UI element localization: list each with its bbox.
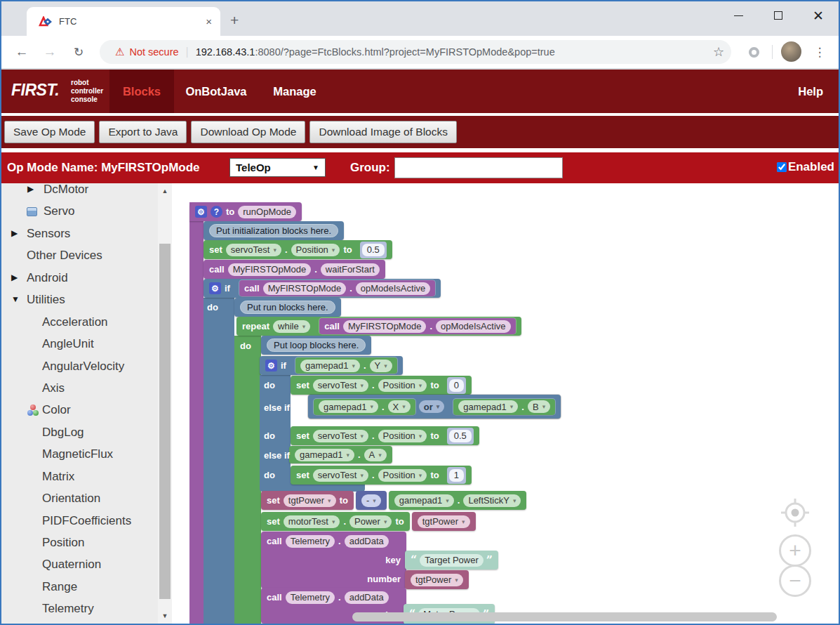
button-dropdown[interactable]: Y [370,360,392,372]
number-shadow-block[interactable]: 0.5 [447,428,474,445]
set-variable-block[interactable]: set tgtPower to [261,491,354,510]
property-dropdown[interactable]: Position [291,244,340,256]
negate-block[interactable]: - [356,491,387,510]
number-shadow-block[interactable]: 0 [447,377,466,394]
comment-block-init[interactable]: Put initialization blocks here. [204,221,344,240]
button-dropdown[interactable]: A [364,449,387,461]
download-image-button[interactable]: Download Image of Blocks [309,121,457,143]
servo-dropdown[interactable]: servoTest [313,469,368,482]
extension-icon[interactable] [744,42,764,62]
property-dropdown[interactable]: Power [349,515,392,528]
set-motor-power-row[interactable]: set motorTest . Power to tgtPower [261,512,476,531]
button-dropdown[interactable]: X [388,400,411,413]
enabled-toggle[interactable]: Enabled [777,160,834,174]
if-block-spine[interactable] [204,298,234,624]
forward-button[interactable]: → [40,42,60,62]
telemetry-field[interactable]: Telemetry [286,535,335,548]
nav-tab-blocks[interactable]: Blocks [109,70,174,113]
gamepad-dropdown[interactable]: gamepad1 [394,494,454,507]
method-field[interactable]: addData [345,591,389,604]
toolbox-item-color[interactable]: Color [1,399,158,421]
method-field[interactable]: opModeIsActive [436,320,511,333]
toolbox-item-quaternion[interactable]: Quaternion [1,553,158,575]
number-value[interactable]: 0 [449,379,464,392]
if-block-header[interactable]: ⚙ if call MyFIRSTOpMode . opModeIsActive [204,279,441,298]
comment-block-run[interactable]: Put run blocks here. [234,298,341,317]
number-shadow-block[interactable]: 0.5 [360,242,387,258]
gamepad-b-block[interactable]: gamepad1 . B [453,399,555,415]
workspace-hscrollbar-thumb[interactable] [352,612,777,621]
method-field[interactable]: addData [345,535,389,548]
call-opmodeisactive-block[interactable]: call MyFIRSTOpMode . opModeIsActive [319,318,515,334]
toolbox-scrollbar[interactable]: ▲ ▼ [158,183,172,624]
download-opmode-button[interactable]: Download Op Mode [191,121,305,143]
comment-block-loop[interactable]: Put loop blocks here. [261,336,371,355]
nav-tab-manage[interactable]: Manage [268,70,321,113]
logic-operator-dropdown[interactable]: or [419,400,445,413]
toolbox-item-angularvelocity[interactable]: AngularVelocity [1,355,158,377]
variable-get-block[interactable]: tgtPower [405,570,469,589]
opmode-field[interactable]: MyFIRSTOpMode [228,263,312,276]
number-value[interactable]: 0.5 [449,430,472,442]
gear-icon[interactable]: ⚙ [209,282,221,294]
set-servo-position-block[interactable]: set servoTest . Position to 0 [291,376,472,395]
bookmark-star-icon[interactable]: ☆ [709,42,728,62]
toolbox-item-dbglog[interactable]: DbgLog [1,421,158,443]
window-minimize-button[interactable] [722,1,754,29]
toolbox-item-orientation[interactable]: Orientation [1,487,158,509]
number-shadow-block[interactable]: 1 [447,467,466,484]
browser-tab[interactable]: FTC × [27,7,220,36]
question-icon[interactable]: ? [211,206,222,218]
nav-help-link[interactable]: Help [798,70,823,113]
flavor-select[interactable]: TeleOp ▼ [229,158,326,177]
group-input[interactable] [394,157,563,178]
repeat-block-spine[interactable] [234,336,261,624]
chrome-menu-icon[interactable]: ⋮ [810,42,829,62]
enabled-checkbox[interactable] [777,162,787,172]
toolbox-item-range[interactable]: Range [1,576,158,598]
servo-dropdown[interactable]: servoTest [313,430,368,442]
toolbox-item-position[interactable]: Position [1,532,158,553]
back-button[interactable]: ← [12,42,32,62]
gear-icon[interactable]: ⚙ [265,360,277,371]
variable-dropdown[interactable]: tgtPower [411,574,463,586]
repeat-mode-dropdown[interactable]: while [273,320,310,333]
window-maximize-button[interactable] [762,1,794,29]
property-dropdown[interactable]: Position [378,469,427,482]
gamepad-leftsticky-block[interactable]: gamepad1 . LeftStickY [389,491,527,510]
variable-get-block[interactable]: tgtPower [412,512,476,531]
method-field[interactable]: opModeIsActive [356,282,431,295]
set-tgtpower-row[interactable]: set tgtPower to - gamepad1 . LeftStickY [261,491,526,510]
text-shadow-block[interactable]: “ Target Power ” [405,551,498,570]
repeat-while-block[interactable]: repeat while call MyFIRSTOpMode . opMode… [236,317,521,336]
zoom-to-fit-button[interactable] [780,497,811,528]
blockly-workspace[interactable]: ⚙ ? to runOpMode Put initialization bloc… [172,183,839,624]
toolbox-item-sensors[interactable]: ▶Sensors [1,223,158,244]
toolbox-item-angleunit[interactable]: AngleUnit [1,333,158,355]
gamepad-dropdown[interactable]: gamepad1 [300,360,360,372]
motor-dropdown[interactable]: motorTest [284,515,340,528]
toolbox-item-acceleration[interactable]: Acceleration [1,311,158,333]
toolbox-item-matrix[interactable]: Matrix [1,466,158,487]
toolbox-item-other-devices[interactable]: Other Devices [1,244,158,266]
text-value[interactable]: Target Power [420,554,484,567]
not-secure-warning-icon[interactable]: ⚠ [115,46,124,58]
set-servo-position-block[interactable]: set servoTest . Position to 0.5 [204,240,392,259]
toolbox-item-dcmotor[interactable]: ▶DcMotor [1,183,158,200]
servo-dropdown[interactable]: servoTest [226,244,281,256]
gamepad-y-block[interactable]: gamepad1 . Y [295,357,397,374]
not-secure-label[interactable]: Not secure [129,46,178,58]
toolbox-item-axis[interactable]: Axis [1,377,158,399]
zoom-in-button[interactable]: + [779,534,811,567]
or-logic-block[interactable]: gamepad1 . X or gamepad1 . B [308,395,561,419]
scrollbar-down-arrow[interactable]: ▼ [158,610,172,622]
nav-tab-onbotjava[interactable]: OnBotJava [182,70,250,113]
call-waitforstart-block[interactable]: call MyFIRSTOpMode . waitForStart [204,260,385,279]
toolbox-item-utilities[interactable]: ▼Utilities [1,289,158,310]
toolbox-item-magneticflux[interactable]: MagneticFlux [1,443,158,465]
call-opmodeisactive-block[interactable]: call MyFIRSTOpMode . opModeIsActive [239,280,435,296]
set-motor-power-block[interactable]: set motorTest . Power to [261,512,410,531]
address-bar[interactable]: ⚠ Not secure | 192.168.43.1:8080/?page=F… [100,40,731,64]
scrollbar-thumb[interactable] [159,244,171,599]
gamepad-dropdown[interactable]: gamepad1 [458,400,518,413]
